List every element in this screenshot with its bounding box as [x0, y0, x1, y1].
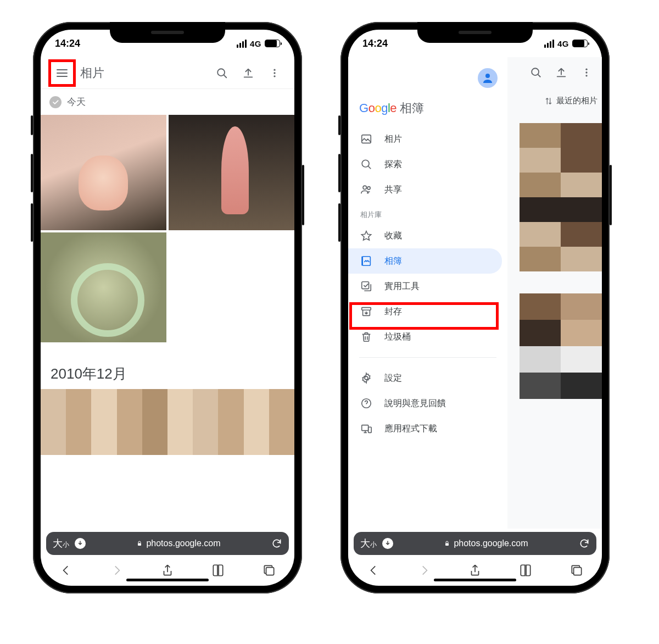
account-avatar[interactable]	[478, 68, 498, 88]
star-icon	[360, 230, 372, 242]
svg-rect-23	[573, 568, 581, 575]
album-icon	[360, 255, 372, 267]
photo-thumbnail-blurred	[520, 123, 602, 271]
share-icon	[468, 563, 482, 578]
nav-label: 垃圾桶	[384, 331, 411, 343]
home-indicator[interactable]	[126, 579, 209, 581]
nav-item-sharing[interactable]: 共享	[348, 177, 502, 202]
svg-rect-4	[138, 543, 141, 546]
safari-address-bar[interactable]: 大小 photos.google.com	[46, 532, 289, 555]
nav-label: 收藏	[384, 230, 402, 242]
photo-thumbnail[interactable]	[169, 115, 294, 230]
share-button[interactable]	[160, 563, 175, 578]
upload-button[interactable]	[549, 60, 573, 85]
lock-icon	[444, 540, 450, 547]
more-button[interactable]	[574, 60, 599, 85]
phone-frame-right: 14:24 4G Google 相簿	[340, 22, 610, 593]
gear-icon	[360, 372, 372, 384]
svg-point-8	[362, 160, 369, 167]
sort-control[interactable]: 最近的相片	[544, 96, 597, 106]
google-logo: Google	[359, 101, 396, 115]
more-button[interactable]	[263, 61, 287, 85]
nav-item-albums[interactable]: 相簿	[348, 248, 502, 274]
nav-item-explore[interactable]: 探索	[348, 152, 502, 177]
nav-label: 相簿	[384, 256, 402, 267]
battery-icon	[572, 40, 588, 47]
search-icon	[216, 67, 228, 79]
svg-point-6	[485, 74, 490, 78]
nav-item-settings[interactable]: 設定	[348, 365, 502, 391]
sort-arrows-icon	[544, 97, 553, 106]
forward-button[interactable]	[110, 563, 124, 578]
nav-label: 探索	[384, 159, 402, 170]
tabs-icon	[262, 563, 276, 578]
nav-item-utilities[interactable]: 實用工具	[348, 274, 502, 299]
battery-icon	[265, 40, 280, 47]
forward-button[interactable]	[417, 563, 432, 578]
nav-item-app-download[interactable]: 應用程式下載	[348, 416, 502, 441]
share-icon	[160, 563, 175, 578]
photo-thumbnail[interactable]	[41, 115, 166, 230]
home-indicator[interactable]	[434, 579, 516, 581]
signal-icon	[544, 40, 554, 48]
svg-point-3	[273, 75, 275, 77]
nav-label: 說明與意見回饋	[384, 398, 446, 409]
network-label: 4G	[250, 39, 261, 48]
reload-button[interactable]	[271, 538, 282, 549]
photos-content[interactable]: 今天 2010年12月	[41, 89, 294, 529]
svg-point-18	[532, 68, 539, 75]
help-icon	[360, 397, 372, 409]
image-icon	[360, 133, 372, 145]
back-button[interactable]	[59, 563, 73, 578]
date-group-header[interactable]: 今天	[41, 89, 294, 115]
trash-icon	[360, 331, 372, 343]
svg-point-19	[585, 69, 587, 70]
menu-button[interactable]	[48, 59, 76, 87]
upload-icon	[555, 66, 567, 79]
svg-rect-22	[445, 543, 449, 546]
upload-icon	[242, 67, 254, 79]
nav-label: 應用程式下載	[384, 423, 437, 435]
photo-placeholder	[169, 232, 294, 348]
nav-item-favorites[interactable]: 收藏	[348, 223, 502, 248]
svg-point-10	[367, 187, 370, 190]
svg-rect-17	[368, 427, 372, 432]
svg-rect-12	[362, 282, 369, 289]
photo-thumbnail-blurred	[520, 293, 602, 399]
photo-thumbnail[interactable]	[41, 232, 166, 342]
bookmarks-button[interactable]	[518, 563, 533, 578]
person-icon	[481, 71, 494, 85]
tabs-button[interactable]	[262, 563, 276, 578]
text-size-control[interactable]: 大小	[360, 537, 377, 550]
reload-button[interactable]	[579, 538, 590, 549]
reload-icon	[271, 538, 282, 549]
search-button[interactable]	[524, 60, 548, 85]
photo-thumbnail-blurred[interactable]	[41, 389, 294, 455]
text-size-control[interactable]: 大小	[53, 537, 69, 550]
upload-button[interactable]	[236, 61, 260, 85]
search-button[interactable]	[210, 61, 234, 85]
svg-point-21	[585, 75, 587, 76]
devices-icon	[360, 423, 372, 435]
signal-icon	[237, 40, 247, 48]
tabs-button[interactable]	[569, 563, 584, 578]
more-vert-icon	[581, 67, 592, 78]
content-scrim[interactable]: 最近的相片	[507, 57, 602, 529]
navigation-drawer: Google 相簿 相片 探索 共享 相片庫	[348, 57, 507, 529]
download-indicator-icon[interactable]	[75, 538, 86, 549]
date-section-title[interactable]: 2010年12月	[41, 348, 294, 389]
bookmarks-button[interactable]	[211, 563, 225, 578]
safari-address-bar[interactable]: 大小 photos.google.com	[354, 532, 596, 555]
select-day-check-icon[interactable]	[49, 96, 62, 108]
svg-point-1	[273, 69, 275, 70]
nav-item-photos[interactable]: 相片	[348, 126, 502, 152]
download-indicator-icon[interactable]	[382, 538, 393, 549]
appbar-title: 相片	[80, 65, 208, 81]
nav-divider	[359, 357, 496, 358]
share-button[interactable]	[468, 563, 482, 578]
search-icon	[360, 158, 372, 170]
url-text: photos.google.com	[146, 538, 220, 548]
nav-item-help[interactable]: 說明與意見回饋	[348, 391, 502, 416]
nav-section-library: 相片庫	[348, 202, 507, 223]
back-button[interactable]	[366, 563, 381, 578]
